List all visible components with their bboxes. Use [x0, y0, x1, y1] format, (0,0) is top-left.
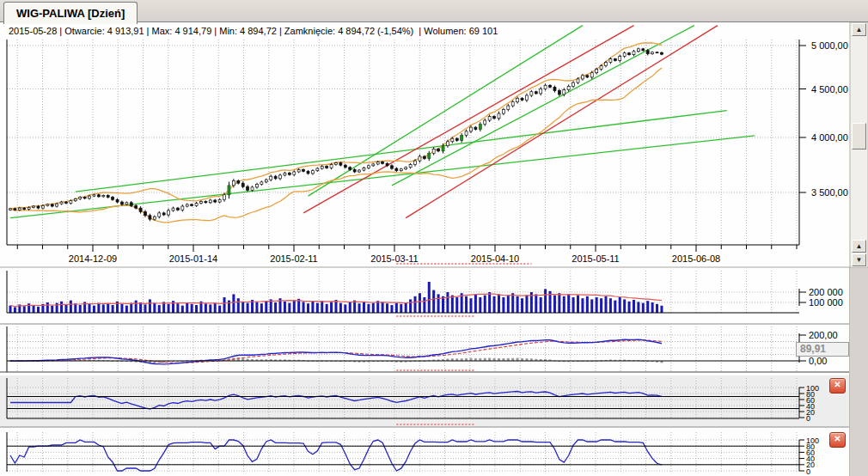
- window-edge-divider: [849, 267, 850, 476]
- scroll-down-button[interactable]: ▼: [852, 253, 866, 266]
- close-icon-2: ✕: [834, 434, 840, 443]
- tab-bar: WIG-PALIWA [Dzień]: [0, 0, 868, 22]
- scroll-up-icon: ▲: [856, 26, 863, 34]
- scrollbar-thumb[interactable]: [852, 123, 866, 150]
- close-icon: ✕: [834, 380, 840, 389]
- tab-label: WIG-PALIWA [Dzień]: [16, 7, 125, 20]
- tab-wig-paliwa[interactable]: WIG-PALIWA [Dzień]: [3, 2, 138, 24]
- app-window: WIG-PALIWA [Dzień] 5 000,004 500,004 000…: [0, 0, 868, 476]
- scroll-up-button-2[interactable]: ▲: [852, 240, 866, 253]
- macd-last-value-badge: 89,91: [796, 342, 849, 357]
- chart-window: [0, 22, 849, 476]
- scroll-up-icon-2: ▲: [856, 242, 863, 250]
- close-indicator-stochastic-button[interactable]: ✕: [829, 432, 846, 448]
- scroll-down-icon: ▼: [856, 256, 863, 264]
- price-scrollbar[interactable]: ▲ ▲ ▼: [851, 23, 867, 267]
- scroll-up-button[interactable]: ▲: [852, 23, 866, 36]
- quote-info-bar: 2015-05-28 | Otwarcie: 4 913,91 | Max: 4…: [9, 26, 498, 36]
- close-indicator-rsi-button[interactable]: ✕: [829, 378, 846, 394]
